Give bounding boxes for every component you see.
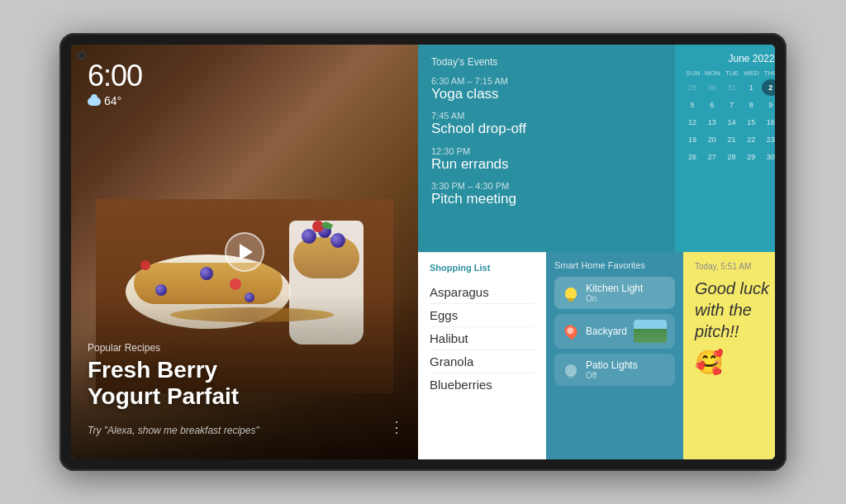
play-icon [240,244,253,260]
cal-cell-31[interactable]: 31 [722,79,740,96]
cal-cell-22[interactable]: 22 [742,131,760,148]
bulb-icon-patio [563,362,579,378]
bulb-on-icon [565,288,577,299]
screen: 6:00 64° Popular Recipes Fresh [71,45,775,459]
note-text: Good luckwith thepitch!! [695,278,775,342]
bulb-off-icon [565,364,577,376]
note-date: Today, 5:51 AM [695,262,775,271]
events-panel: Today's Events 6:30 AM – 7:15 AM Yoga cl… [418,45,675,252]
cal-cell-30[interactable]: 30 [703,79,721,96]
top-row: Today's Events 6:30 AM – 7:15 AM Yoga cl… [418,45,775,252]
cal-cell-15[interactable]: 15 [742,114,760,131]
cal-cell-5[interactable]: 5 [683,97,701,113]
play-button[interactable] [225,232,264,272]
cal-cell-6[interactable]: 6 [703,97,721,113]
main-screen: 6:00 64° Popular Recipes Fresh [71,45,775,459]
cal-cell-9[interactable]: 9 [762,97,775,113]
cal-cell-16[interactable]: 16 [762,114,775,131]
cal-cell-20[interactable]: 20 [703,131,721,148]
cal-cell-8[interactable]: 8 [742,97,760,113]
backyard-name: Backyard [586,326,627,337]
kitchen-light-name: Kitchen Light [586,283,667,294]
kitchen-light-status: On [586,294,667,303]
kitchen-light-info: Kitchen Light On [586,283,667,303]
event-name-1: Yoga class [431,86,662,102]
patio-lights-name: Patio Lights [586,359,667,371]
patio-lights-info: Patio Lights Off [586,359,667,380]
event-item-4[interactable]: 3:30 PM – 4:30 PM Pitch meeting [431,181,662,207]
location-icon-backyard [563,323,579,340]
shopping-title: Shopping List [430,263,535,273]
cal-cell-23[interactable]: 23 [762,131,775,148]
event-time-4: 3:30 PM – 4:30 PM [431,181,662,191]
cal-cell-29[interactable]: 29 [683,79,701,96]
backyard-thumbnail [634,320,667,343]
weather: 64° [88,94,142,107]
event-item-2[interactable]: 7:45 AM School drop-off [431,111,662,137]
more-options-button[interactable]: ⋮ [389,418,405,436]
recipe-title: Fresh BerryYogurt Parfait [88,357,402,410]
shopping-item-5[interactable]: Blueberries [430,373,535,396]
smarthome-title: Smart Home Favorites [554,260,675,270]
recipe-category: Popular Recipes [88,342,402,354]
echo-show-device: 6:00 64° Popular Recipes Fresh [59,33,787,471]
event-item-3[interactable]: 12:30 PM Run errands [431,146,662,173]
calendar-title: June 2022 [683,53,775,64]
pin-icon [562,322,579,340]
calendar-day-labels: SUN MON TUE WED THU FRI SAT [683,69,775,77]
shopping-item-2[interactable]: Eggs [430,304,535,327]
event-name-4: Pitch meeting [431,191,662,207]
backyard-info: Backyard [586,326,627,337]
device-backyard[interactable]: Backyard [554,314,675,349]
event-time-1: 6:30 AM – 7:15 AM [431,76,662,86]
smarthome-panel: Smart Home Favorites Kitchen Light On [546,252,683,459]
cal-cell-1[interactable]: 1 [742,79,760,96]
cal-cell-21[interactable]: 21 [722,131,740,148]
recipe-hint: Try "Alexa, show me breakfast recipes" [88,425,259,436]
calendar-grid: 2930311234567891011121314151617181920212… [683,79,775,165]
time-display: 6:00 64° [88,61,142,107]
cal-cell-13[interactable]: 13 [703,114,721,131]
recipe-panel: 6:00 64° Popular Recipes Fresh [71,45,418,459]
cal-cell-29[interactable]: 29 [742,149,760,165]
event-name-3: Run errands [431,156,662,173]
cal-cell-19[interactable]: 19 [683,131,701,148]
event-time-2: 7:45 AM [431,111,662,121]
shopping-item-3[interactable]: Halibut [430,327,535,350]
event-name-2: School drop-off [431,121,662,137]
device-kitchen-light[interactable]: Kitchen Light On [554,277,675,309]
patio-lights-status: Off [586,371,667,380]
cal-cell-26[interactable]: 26 [683,149,701,165]
events-title: Today's Events [431,56,662,68]
cal-cell-28[interactable]: 28 [722,149,740,165]
shopping-panel: Shopping List Asparagus Eggs Halibut Gra… [418,252,546,459]
recipe-image: 6:00 64° Popular Recipes Fresh [71,45,418,459]
cal-cell-14[interactable]: 14 [722,114,740,131]
camera-dot [78,51,86,59]
shopping-item-1[interactable]: Asparagus [430,281,535,304]
cal-cell-7[interactable]: 7 [722,97,740,113]
event-item-1[interactable]: 6:30 AM – 7:15 AM Yoga class [431,76,662,102]
bulb-icon-kitchen [563,285,579,302]
bottom-row: Shopping List Asparagus Eggs Halibut Gra… [418,252,775,459]
sticky-note: Today, 5:51 AM Good luckwith thepitch!! … [683,252,775,459]
recipe-label: Popular Recipes Fresh BerryYogurt Parfai… [88,342,402,410]
event-time-3: 12:30 PM [431,146,662,156]
device-patio-lights[interactable]: Patio Lights Off [554,354,675,386]
cal-cell-27[interactable]: 27 [703,149,721,165]
note-emoji: 🥰 [695,349,775,376]
right-panel: Today's Events 6:30 AM – 7:15 AM Yoga cl… [418,45,775,459]
cal-cell-30[interactable]: 30 [762,149,775,165]
shopping-item-4[interactable]: Granola [430,350,535,373]
clock: 6:00 [88,61,142,91]
calendar-panel: June 2022 SUN MON TUE WED THU FRI SAT 29… [675,45,775,252]
cal-cell-12[interactable]: 12 [683,114,701,131]
cal-cell-2[interactable]: 2 [762,79,775,96]
